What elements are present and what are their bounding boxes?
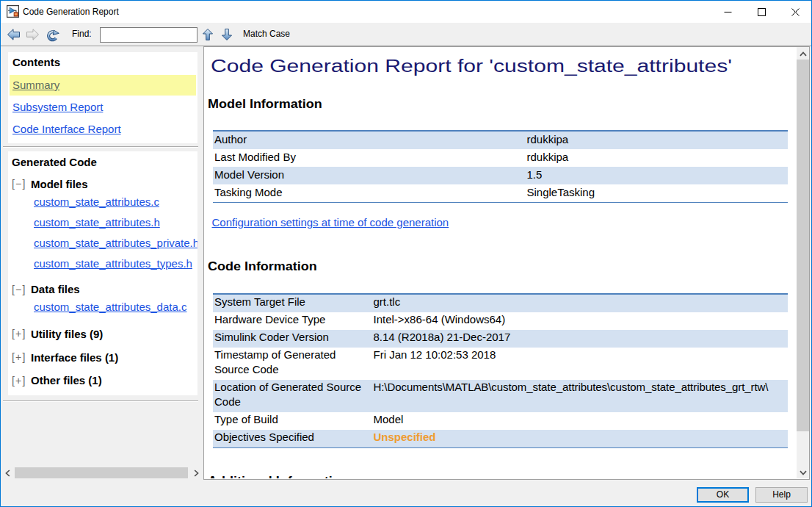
sidebar-item-subsystem-report[interactable]: Subsystem Report bbox=[10, 97, 196, 118]
window-title: Code Generation Report bbox=[23, 1, 119, 23]
code-information-heading: Code Information bbox=[208, 259, 317, 274]
tree-file-link[interactable]: custom_state_attributes_data.c bbox=[8, 300, 197, 314]
file-link[interactable]: custom_state_attributes.c bbox=[34, 195, 159, 209]
group-label: Interface files (1) bbox=[31, 350, 118, 365]
generated-code-header: Generated Code bbox=[12, 155, 97, 170]
row-value-cell: Intel->x86-64 (Windows64) bbox=[372, 312, 789, 330]
table-row: Tasking ModeSingleTasking bbox=[213, 184, 788, 203]
find-label: Find: bbox=[72, 23, 92, 45]
row-value-cell: 8.14 (R2018a) 21-Dec-2017 bbox=[372, 330, 789, 348]
table-row: Model Version1.5 bbox=[213, 167, 788, 184]
generated-code-panel: Generated Code [−] Model files custom_st… bbox=[8, 151, 197, 395]
tree-group-model-files[interactable]: [−] Model files bbox=[8, 177, 197, 192]
find-previous-icon[interactable] bbox=[202, 28, 214, 41]
tree-group-data-files[interactable]: [−] Data files bbox=[8, 282, 197, 297]
table-row: Hardware Device TypeIntel->x86-64 (Windo… bbox=[213, 312, 788, 330]
code-information-table: System Target Filegrt.tlc Hardware Devic… bbox=[213, 293, 788, 448]
title-bar: Code Generation Report bbox=[1, 1, 811, 23]
model-information-table: Authorrdukkipa Last Modified Byrdukkipa … bbox=[213, 130, 788, 203]
sidebar-item-summary[interactable]: Summary bbox=[10, 75, 196, 96]
group-label: Utility files (9) bbox=[31, 327, 103, 342]
sidebar-divider-bottom bbox=[3, 400, 198, 402]
collapse-icon[interactable]: [−] bbox=[12, 176, 31, 191]
tree-file-link[interactable]: custom_state_attributes_types.h bbox=[8, 256, 197, 271]
row-value-cell: grt.tlc bbox=[372, 294, 789, 312]
tree-file-link[interactable]: custom_state_attributes.c bbox=[8, 195, 197, 209]
row-label-cell: Type of Build bbox=[213, 412, 372, 430]
tree-file-link[interactable]: custom_state_attributes.h bbox=[8, 215, 197, 230]
scroll-down-button[interactable] bbox=[797, 466, 809, 478]
close-button[interactable] bbox=[778, 1, 812, 23]
find-input[interactable] bbox=[100, 27, 197, 43]
contents-panel: Contents Summary Subsystem Report Code I… bbox=[8, 52, 197, 143]
scroll-up-button[interactable] bbox=[797, 47, 809, 60]
ok-button[interactable]: OK bbox=[697, 487, 749, 503]
find-next-icon[interactable] bbox=[221, 28, 233, 41]
table-row: Objectives SpecifiedUnspecified bbox=[213, 430, 788, 448]
match-case-label: Match Case bbox=[243, 23, 290, 45]
help-button[interactable]: Help bbox=[755, 487, 808, 503]
table-row: Simulink Coder Version8.14 (R2018a) 21-D… bbox=[213, 330, 788, 348]
chevron-up-icon bbox=[800, 51, 807, 57]
tree-group-utility-files[interactable]: [+] Utility files (9) bbox=[8, 327, 197, 342]
chevron-down-icon bbox=[800, 470, 807, 475]
report-title: Code Generation Report for 'custom_state… bbox=[211, 55, 732, 77]
expand-icon[interactable]: [+] bbox=[12, 350, 31, 364]
report-vertical-scrollbar[interactable] bbox=[797, 47, 809, 478]
group-label: Model files bbox=[31, 177, 88, 192]
contents-header: Contents bbox=[12, 55, 60, 70]
scroll-right-button[interactable] bbox=[190, 467, 201, 478]
subsystem-report-link[interactable]: Subsystem Report bbox=[12, 101, 103, 113]
configuration-settings-link-row: Configuration settings at time of code g… bbox=[212, 215, 449, 230]
collapse-icon[interactable]: [−] bbox=[12, 282, 31, 297]
vertical-scroll-thumb[interactable] bbox=[797, 60, 809, 431]
expand-icon[interactable]: [+] bbox=[12, 326, 31, 341]
forward-arrow-icon[interactable] bbox=[26, 28, 40, 41]
row-label-cell: Location of Generated Source Code bbox=[213, 380, 372, 412]
row-label-cell: Last Modified By bbox=[213, 149, 526, 167]
file-link[interactable]: custom_state_attributes_types.h bbox=[34, 256, 192, 271]
file-link[interactable]: custom_state_attributes.h bbox=[34, 215, 160, 230]
tree-group-interface-files[interactable]: [+] Interface files (1) bbox=[8, 350, 197, 365]
sidebar-divider-top bbox=[3, 146, 198, 148]
row-value-cell: 1.5 bbox=[526, 167, 789, 184]
horizontal-scroll-thumb[interactable] bbox=[15, 467, 188, 478]
model-information-heading: Model Information bbox=[208, 96, 322, 112]
summary-link[interactable]: Summary bbox=[12, 79, 59, 91]
minimize-button[interactable] bbox=[711, 1, 744, 23]
group-label: Other files (1) bbox=[31, 373, 102, 388]
row-label-cell: Hardware Device Type bbox=[213, 312, 372, 330]
simulink-model-icon bbox=[7, 5, 19, 18]
table-row: Location of Generated Source CodeH:\Docu… bbox=[213, 380, 788, 412]
row-label-cell: Author bbox=[213, 131, 526, 149]
file-link[interactable]: custom_state_attributes_data.c bbox=[34, 300, 186, 314]
file-link[interactable]: custom_state_attributes_private.h bbox=[34, 236, 197, 251]
row-label-cell: Objectives Specified bbox=[213, 430, 372, 448]
tree-file-link[interactable]: custom_state_attributes_private.h bbox=[8, 236, 197, 251]
chevron-right-icon bbox=[194, 470, 199, 477]
sidebar-item-code-interface-report[interactable]: Code Interface Report bbox=[10, 119, 196, 140]
code-interface-report-link[interactable]: Code Interface Report bbox=[12, 123, 121, 135]
row-value-cell: H:\Documents\MATLAB\custom_state_attribu… bbox=[372, 380, 789, 412]
objectives-status-value: Unspecified bbox=[372, 430, 789, 448]
row-value-cell: Model bbox=[372, 412, 789, 430]
row-label-cell: Simulink Coder Version bbox=[213, 330, 372, 348]
row-label-cell: Tasking Mode bbox=[213, 184, 526, 203]
back-arrow-icon[interactable] bbox=[7, 28, 21, 41]
row-label-cell: Timestamp of Generated Source Code bbox=[213, 348, 372, 380]
table-row: Authorrdukkipa bbox=[213, 131, 788, 149]
expand-icon[interactable]: [+] bbox=[12, 373, 31, 388]
table-row: Type of BuildModel bbox=[213, 412, 788, 430]
chevron-left-icon bbox=[5, 470, 10, 477]
scroll-left-button[interactable] bbox=[1, 467, 12, 478]
table-row: Timestamp of Generated Source CodeFri Ja… bbox=[213, 348, 788, 380]
refresh-icon[interactable] bbox=[46, 29, 59, 43]
maximize-button[interactable] bbox=[744, 1, 778, 23]
sidebar-horizontal-scrollbar[interactable] bbox=[1, 467, 201, 478]
row-value-cell: SingleTasking bbox=[526, 184, 789, 203]
configuration-settings-link[interactable]: Configuration settings at time of code g… bbox=[212, 216, 449, 229]
close-icon bbox=[791, 8, 800, 16]
tree-group-other-files[interactable]: [+] Other files (1) bbox=[8, 373, 197, 388]
row-label-cell: System Target File bbox=[213, 294, 372, 312]
row-value-cell: rdukkipa bbox=[526, 149, 789, 167]
